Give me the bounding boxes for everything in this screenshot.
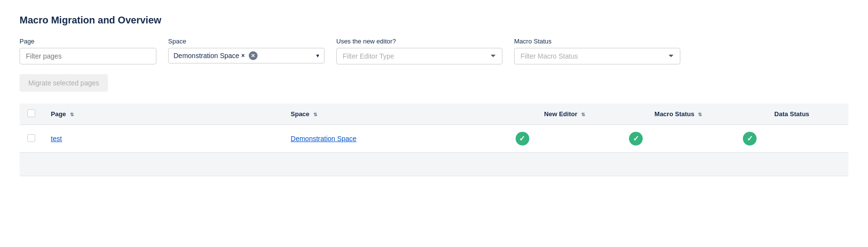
page-filter-group: Page [20, 38, 156, 64]
new-editor-status-icon: ✓ [516, 132, 529, 145]
space-filter-label: Space [168, 38, 325, 45]
page-filter-label: Page [20, 38, 156, 45]
header-page[interactable]: Page ⇅ [43, 103, 283, 125]
table-header-row: Page ⇅ Space ⇅ New Editor ⇅ Macro Status… [20, 103, 848, 125]
header-macro-status-label: Macro Status [654, 110, 694, 118]
editor-filter-label: Uses the new editor? [336, 38, 502, 45]
header-checkbox-cell [20, 103, 43, 125]
space-tag-text: Demonstration Space [174, 52, 239, 60]
space-chevron-icon[interactable]: ▾ [316, 52, 319, 59]
space-filter-group: Space Demonstration Space × ✕ ▾ [168, 38, 325, 63]
table-container: Page ⇅ Space ⇅ New Editor ⇅ Macro Status… [20, 103, 848, 176]
page-sort-icon[interactable]: ⇅ [70, 112, 74, 117]
row-checkbox[interactable] [27, 134, 35, 142]
header-data-status: Data Status [735, 103, 848, 125]
row-checkbox-cell [20, 125, 43, 153]
space-sort-icon[interactable]: ⇅ [313, 112, 317, 117]
header-page-label: Page [51, 110, 66, 118]
header-data-status-label: Data Status [774, 110, 809, 118]
migrate-selected-pages-button[interactable]: Migrate selected pages [20, 74, 108, 92]
macro-filter-group: Macro Status Filter Macro Status [514, 38, 680, 64]
page-title: Macro Migration and Overview [20, 15, 848, 26]
space-tag-remove-icon[interactable]: × [241, 52, 245, 59]
space-select-box[interactable]: Demonstration Space × ✕ ▾ [168, 48, 325, 63]
space-clear-icon[interactable]: ✕ [249, 51, 258, 60]
filters-row: Page Space Demonstration Space × ✕ ▾ Use… [20, 38, 848, 64]
macro-status-icon: ✓ [629, 132, 643, 145]
macro-check: ✓ [633, 134, 639, 143]
page-link[interactable]: test [51, 135, 62, 143]
new-editor-check: ✓ [519, 134, 525, 143]
empty-row [20, 153, 848, 176]
header-new-editor-label: New Editor [544, 110, 577, 118]
page-filter-input[interactable] [20, 48, 156, 64]
space-link[interactable]: Demonstration Space [291, 135, 357, 143]
row-macro-cell: ✓ [621, 125, 735, 153]
macro-filter-label: Macro Status [514, 38, 680, 45]
row-data-cell: ✓ [735, 125, 848, 153]
macro-sort-icon[interactable]: ⇅ [698, 112, 702, 117]
table-row: test Demonstration Space ✓ ✓ [20, 125, 848, 153]
macro-filter-select[interactable]: Filter Macro Status [514, 48, 680, 64]
space-tag: Demonstration Space × [174, 52, 245, 60]
pages-table: Page ⇅ Space ⇅ New Editor ⇅ Macro Status… [20, 103, 848, 176]
header-space-label: Space [291, 110, 309, 118]
header-new-editor[interactable]: New Editor ⇅ [508, 103, 621, 125]
editor-filter-select[interactable]: Filter Editor Type [336, 48, 502, 64]
row-space-cell: Demonstration Space [283, 125, 508, 153]
empty-row-cell [20, 153, 848, 176]
header-macro-status[interactable]: Macro Status ⇅ [621, 103, 735, 125]
select-all-checkbox[interactable] [27, 109, 35, 117]
row-editor-cell: ✓ [508, 125, 621, 153]
data-check: ✓ [747, 134, 753, 143]
editor-filter-group: Uses the new editor? Filter Editor Type [336, 38, 502, 64]
space-clear-x: ✕ [251, 53, 255, 59]
editor-sort-icon[interactable]: ⇅ [581, 112, 585, 117]
header-space[interactable]: Space ⇅ [283, 103, 508, 125]
row-page-cell: test [43, 125, 283, 153]
data-status-icon: ✓ [743, 132, 757, 145]
